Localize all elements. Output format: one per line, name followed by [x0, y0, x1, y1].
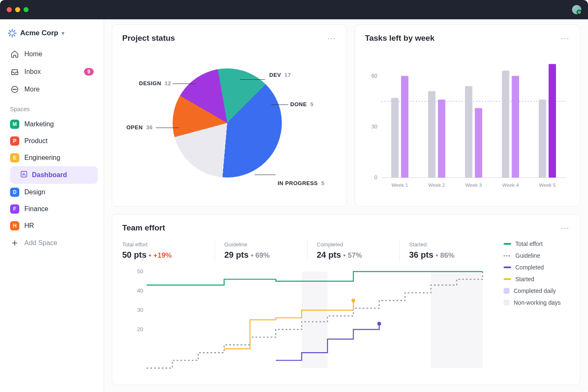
- inbox-badge: 9: [84, 68, 94, 76]
- card-more-button[interactable]: ⋯: [561, 223, 570, 233]
- svg-point-44: [352, 299, 355, 303]
- svg-line-5: [13, 34, 15, 36]
- space-label: Engineering: [24, 154, 60, 162]
- stat-value: 36 pts • 86%: [409, 250, 483, 260]
- svg-text:Week 4: Week 4: [502, 182, 519, 188]
- legend-item: Started: [504, 276, 570, 282]
- svg-text:30: 30: [137, 307, 143, 313]
- workspace-name: Acme Corp: [20, 29, 58, 37]
- space-label: Product: [24, 137, 47, 145]
- sidebar-item-product[interactable]: PProduct: [6, 133, 98, 149]
- line-chart: 20304050: [122, 267, 494, 376]
- stat-total-effort: Total effort 50 pts • +19%: [122, 240, 215, 261]
- space-label: HR: [24, 222, 34, 230]
- space-badge-icon: D: [10, 188, 19, 197]
- space-label: Finance: [24, 205, 48, 213]
- legend-item: Non-working days: [504, 299, 570, 306]
- svg-text:20: 20: [137, 326, 143, 332]
- nav-inbox[interactable]: Inbox 9: [6, 63, 98, 81]
- pie-slice-label: OPEN 36: [126, 124, 152, 131]
- avatar[interactable]: [572, 5, 581, 14]
- legend-item: Total effort: [504, 240, 570, 247]
- stat-label: Total effort: [122, 241, 205, 248]
- titlebar: [0, 0, 588, 19]
- bar-chart: 03060Week 1Week 2Week 3Week 4Week 5: [365, 47, 570, 198]
- space-badge-icon: F: [10, 204, 19, 214]
- svg-line-6: [10, 34, 11, 36]
- svg-rect-25: [401, 76, 409, 178]
- card-tasks-by-week: Tasks left by week ⋯ 03060Week 1Week 2We…: [354, 24, 580, 206]
- plus-icon: [10, 238, 19, 248]
- stat-label: Completed: [317, 241, 390, 248]
- more-icon: [10, 85, 19, 94]
- svg-rect-38: [302, 272, 328, 368]
- svg-text:50: 50: [137, 268, 143, 274]
- sidebar-item-marketing[interactable]: MMarketing: [6, 116, 98, 133]
- svg-text:40: 40: [137, 287, 143, 294]
- card-title: Project status: [122, 34, 175, 43]
- chevron-down-icon: ▾: [62, 30, 64, 36]
- nav-label: Inbox: [24, 68, 41, 76]
- stat-value: 29 pts • 69%: [224, 250, 298, 260]
- card-team-effort: Team effort ⋯ Total effort 50 pts • +19%…: [112, 214, 580, 385]
- card-project-status: Project status ⋯ DEV 17DONE 5IN PROGRESS…: [112, 24, 347, 206]
- nav-label: More: [24, 86, 39, 93]
- space-badge-icon: M: [10, 120, 19, 129]
- svg-rect-33: [502, 71, 509, 178]
- inbox-icon: [10, 67, 19, 76]
- sidebar: Acme Corp ▾ Home Inbox 9 More Spaces MMa…: [0, 19, 104, 392]
- minimize-window-icon[interactable]: [15, 7, 20, 12]
- workspace-switcher[interactable]: Acme Corp ▾: [6, 27, 98, 45]
- svg-text:Week 3: Week 3: [465, 182, 482, 188]
- svg-text:Week 2: Week 2: [428, 182, 445, 188]
- maximize-window-icon[interactable]: [24, 7, 29, 12]
- add-space-button[interactable]: Add Space: [6, 234, 98, 252]
- home-icon: [10, 50, 19, 59]
- space-badge-icon: E: [10, 153, 19, 162]
- chart-legend: Total effortGuidelineCompletedStartedCom…: [494, 236, 570, 376]
- space-badge-icon: P: [10, 136, 19, 146]
- space-badge-icon: H: [10, 221, 19, 230]
- svg-rect-27: [428, 91, 436, 178]
- card-title: Team effort: [122, 223, 165, 233]
- sidebar-item-engineering[interactable]: EEngineering: [6, 149, 98, 166]
- sidebar-item-design[interactable]: DDesign: [6, 184, 98, 201]
- svg-rect-39: [431, 272, 483, 368]
- pie-slice-label: DEV 17: [269, 72, 291, 78]
- svg-line-4: [10, 31, 11, 32]
- legend-item: Completed: [504, 264, 570, 271]
- space-label: Marketing: [24, 120, 54, 128]
- svg-point-10: [14, 89, 15, 90]
- svg-point-45: [377, 322, 381, 326]
- main-content: Project status ⋯ DEV 17DONE 5IN PROGRESS…: [104, 19, 588, 392]
- svg-text:0: 0: [374, 175, 377, 180]
- spaces-section-label: Spaces: [6, 98, 98, 116]
- svg-text:Week 1: Week 1: [391, 182, 408, 188]
- svg-text:60: 60: [371, 73, 377, 79]
- svg-text:Week 5: Week 5: [539, 182, 556, 188]
- space-label: Design: [24, 188, 45, 196]
- add-space-label: Add Space: [24, 239, 57, 247]
- nav-more[interactable]: More: [6, 81, 98, 98]
- svg-point-11: [16, 89, 17, 90]
- card-more-button[interactable]: ⋯: [561, 33, 570, 43]
- sidebar-item-hr[interactable]: HHR: [6, 217, 98, 234]
- stat-value: 24 pts • 57%: [317, 250, 390, 260]
- workspace-logo-icon: [8, 29, 17, 38]
- close-window-icon[interactable]: [7, 7, 12, 12]
- stat-value: 50 pts • +19%: [122, 250, 205, 260]
- dashboard-icon: [20, 170, 28, 180]
- sidebar-item-finance[interactable]: FFinance: [6, 201, 98, 217]
- svg-rect-24: [391, 98, 399, 178]
- svg-point-9: [13, 89, 14, 90]
- svg-rect-37: [549, 64, 556, 178]
- svg-rect-34: [512, 76, 519, 178]
- stat-guideline: Guideline 29 pts • 69%: [215, 240, 307, 261]
- pie-slice-label: DONE 5: [290, 101, 313, 107]
- card-more-button[interactable]: ⋯: [327, 33, 336, 43]
- nav-home[interactable]: Home: [6, 45, 98, 63]
- legend-item: Completed daily: [504, 287, 570, 294]
- sidebar-subitem-dashboard[interactable]: Dashboard: [10, 166, 98, 184]
- pie-slice-label: DESIGN 12: [139, 80, 171, 86]
- svg-rect-30: [465, 86, 472, 178]
